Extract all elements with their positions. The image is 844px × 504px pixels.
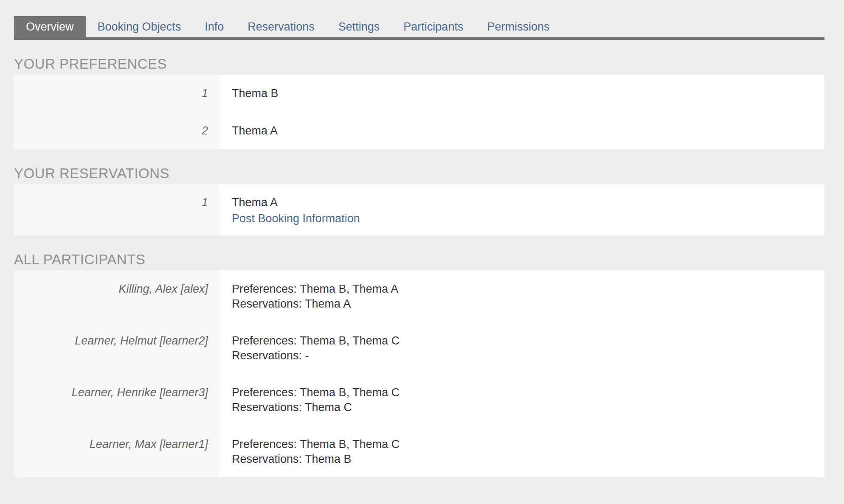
preference-rank: 2 (14, 112, 219, 149)
participant-reservations: Reservations: - (232, 348, 824, 363)
reservation-label: Thema A (232, 195, 824, 210)
participant-preferences: Preferences: Thema B, Thema C (232, 333, 824, 348)
reservations-panel: 1 Thema A Post Booking Information (14, 184, 824, 235)
reservation-row: 1 Thema A Post Booking Information (14, 184, 824, 235)
participant-preferences: Preferences: Thema B, Thema C (232, 385, 824, 400)
participant-name: Killing, Alex [alex] (14, 270, 219, 322)
tab-booking-objects[interactable]: Booking Objects (86, 16, 193, 37)
participant-preferences: Preferences: Thema B, Thema C (232, 437, 824, 452)
participant-row: Learner, Helmut [learner2] Preferences: … (14, 322, 824, 374)
tab-info[interactable]: Info (193, 16, 236, 37)
participant-reservations: Reservations: Thema A (232, 297, 824, 311)
participants-panel: Killing, Alex [alex] Preferences: Thema … (14, 270, 824, 477)
participant-reservations: Reservations: Thema B (232, 452, 824, 467)
participant-row: Learner, Max [learner1] Preferences: The… (14, 426, 824, 477)
preference-row: 1 Thema B (14, 75, 824, 112)
preference-row: 2 Thema A (14, 112, 824, 149)
participant-row: Killing, Alex [alex] Preferences: Thema … (14, 270, 824, 322)
participant-name: Learner, Henrike [learner3] (14, 374, 219, 426)
preference-label: Thema A (219, 112, 824, 149)
reservation-rank: 1 (14, 184, 219, 235)
page: Overview Booking Objects Info Reservatio… (0, 16, 844, 504)
preference-rank: 1 (14, 75, 219, 112)
tab-permissions[interactable]: Permissions (475, 16, 561, 37)
preferences-section-title: YOUR PREFERENCES (14, 56, 844, 73)
preferences-panel: 1 Thema B 2 Thema A (14, 75, 824, 149)
participant-reservations: Reservations: Thema C (232, 400, 824, 415)
participant-row: Learner, Henrike [learner3] Preferences:… (14, 374, 824, 426)
participant-preferences: Preferences: Thema B, Thema A (232, 282, 824, 297)
tab-bar: Overview Booking Objects Info Reservatio… (14, 16, 824, 40)
tab-participants[interactable]: Participants (391, 16, 475, 37)
participants-section-title: ALL PARTICIPANTS (14, 251, 844, 268)
preference-label: Thema B (219, 75, 824, 112)
tab-settings[interactable]: Settings (326, 16, 392, 37)
participant-name: Learner, Max [learner1] (14, 426, 219, 477)
reservations-section-title: YOUR RESERVATIONS (14, 165, 844, 182)
post-booking-information-link[interactable]: Post Booking Information (232, 211, 360, 226)
tab-reservations[interactable]: Reservations (236, 16, 326, 37)
tab-overview[interactable]: Overview (14, 16, 86, 37)
participant-name: Learner, Helmut [learner2] (14, 322, 219, 374)
